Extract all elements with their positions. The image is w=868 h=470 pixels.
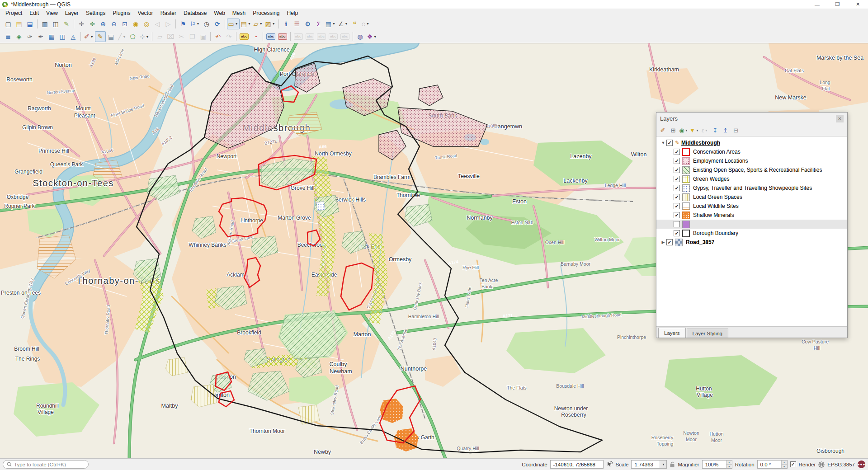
add-group-icon[interactable]: ⊞ bbox=[669, 126, 678, 135]
statistical-summary-icon[interactable]: ☰ bbox=[292, 19, 302, 29]
expander-icon[interactable]: ▼ bbox=[660, 141, 666, 145]
layer-checkbox[interactable]: ✓ bbox=[674, 185, 680, 191]
search-tools-icon[interactable]: ◌▼ bbox=[360, 19, 371, 29]
current-edits-icon[interactable]: ✐▼ bbox=[83, 31, 95, 42]
identify-features-icon[interactable]: ℹ bbox=[281, 19, 292, 29]
layer-checkbox[interactable]: ✓ bbox=[674, 203, 680, 209]
layer-item-green-wedges[interactable]: ✓Green Wedges bbox=[656, 174, 847, 183]
pan-to-selection-icon[interactable]: ✜ bbox=[87, 19, 98, 29]
layer-item-road-3857[interactable]: ▶✓Road_3857 bbox=[656, 238, 847, 247]
layer-labeling-icon[interactable]: abc bbox=[238, 31, 250, 42]
new-spatial-bookmark-icon[interactable]: ⚑ bbox=[178, 19, 189, 29]
new-shapefile-layer-icon[interactable]: ✑ bbox=[24, 31, 35, 42]
zoom-full-icon[interactable]: ⊡ bbox=[119, 19, 130, 29]
map-canvas[interactable]: Stockton-on-TeesThornaby-on-TeesMiddlesb… bbox=[0, 43, 868, 458]
layer-group-middlesbrough[interactable]: ▼✓✎Middlesbrough bbox=[656, 138, 847, 147]
style-manager-icon[interactable]: ✎ bbox=[61, 19, 72, 29]
messages-button[interactable]: ●●● bbox=[858, 461, 865, 468]
open-layer-styling-dock-icon[interactable]: ✐ bbox=[658, 126, 667, 135]
layer-checkbox[interactable]: ✓ bbox=[674, 149, 680, 155]
measure-icon[interactable]: ∠▼ bbox=[337, 19, 349, 29]
menu-processing[interactable]: Processing bbox=[249, 9, 283, 17]
zoom-to-layer-icon[interactable]: ◎ bbox=[141, 19, 152, 29]
layer-checkbox[interactable]: ✓ bbox=[674, 194, 680, 200]
tab-layer-styling[interactable]: Layer Styling bbox=[687, 329, 728, 338]
tab-layers[interactable]: Layers bbox=[658, 328, 686, 338]
labeling-options-icon[interactable]: abc bbox=[265, 31, 277, 42]
show-bookmarks-icon[interactable]: ⚐▼ bbox=[189, 19, 201, 29]
menu-mesh[interactable]: Mesh bbox=[229, 9, 249, 17]
panel-close-icon[interactable]: ✕ bbox=[836, 115, 844, 122]
data-source-manager-icon[interactable]: ≣ bbox=[3, 31, 14, 42]
layer-diagram-icon[interactable]: ◔ bbox=[250, 31, 261, 42]
crs-globe-icon[interactable] bbox=[818, 461, 825, 468]
menu-project[interactable]: Project bbox=[2, 9, 26, 17]
diagram-options-icon[interactable]: abc bbox=[277, 31, 288, 42]
chevron-down-icon[interactable]: ▼ bbox=[660, 461, 666, 468]
layer-checkbox[interactable]: ✓ bbox=[674, 230, 680, 236]
new-print-layout-icon[interactable]: ▥ bbox=[39, 19, 50, 29]
locator-search-input[interactable]: Type to locate (Ctrl+K) bbox=[3, 460, 89, 469]
zoom-in-icon[interactable]: ⊕ bbox=[98, 19, 108, 29]
scale-combo[interactable]: 1:74363 ▼ bbox=[631, 460, 667, 469]
layer-checkbox[interactable] bbox=[674, 221, 680, 227]
metasearch-icon[interactable]: ◍ bbox=[355, 31, 366, 42]
vertex-tool-icon[interactable]: ⊹▼ bbox=[138, 31, 151, 42]
layer-checkbox[interactable]: ✓ bbox=[666, 239, 673, 245]
layer-item-local-wildlife-sites[interactable]: ✓Local Wildlife Sites bbox=[656, 202, 847, 211]
extent-toggle-icon[interactable] bbox=[606, 461, 613, 468]
save-project-icon[interactable]: ⬓ bbox=[24, 19, 35, 29]
new-gpx-layer-icon[interactable]: ◬ bbox=[68, 31, 79, 42]
close-button[interactable]: ✕ bbox=[848, 0, 868, 9]
layer-item-conservation-areas[interactable]: ✓Conservation Areas bbox=[656, 147, 847, 156]
render-checkbox[interactable]: ✓ bbox=[790, 461, 796, 467]
restore-button[interactable]: ❐ bbox=[827, 0, 848, 9]
menu-database[interactable]: Database bbox=[180, 9, 210, 17]
menu-raster[interactable]: Raster bbox=[157, 9, 180, 17]
layer-item-borough-boundary[interactable]: ✓Borough Boundary bbox=[656, 229, 847, 238]
select-features-icon[interactable]: ▭▼ bbox=[227, 19, 240, 29]
menu-web[interactable]: Web bbox=[210, 9, 228, 17]
layer-item-local-green-spaces[interactable]: ✓Local Green Spaces bbox=[656, 193, 847, 202]
processing-toolbox-icon[interactable]: ⚙ bbox=[302, 19, 313, 29]
spinner-arrows[interactable]: ▲▼ bbox=[726, 461, 732, 468]
minimize-button[interactable]: — bbox=[807, 0, 827, 9]
pan-map-icon[interactable]: ✛ bbox=[76, 19, 87, 29]
menu-help[interactable]: Help bbox=[283, 9, 302, 17]
lock-icon[interactable] bbox=[670, 461, 675, 468]
undo-icon[interactable]: ↶ bbox=[212, 31, 223, 42]
menu-plugins[interactable]: Plugins bbox=[109, 9, 134, 17]
menu-view[interactable]: View bbox=[42, 9, 61, 17]
layer-checkbox[interactable]: ✓ bbox=[674, 167, 680, 173]
layers-panel-titlebar[interactable]: Layers ✕ bbox=[656, 113, 847, 124]
show-statistics-icon[interactable]: Σ bbox=[313, 19, 324, 29]
menu-layer[interactable]: Layer bbox=[61, 9, 82, 17]
manage-map-themes-icon[interactable]: ◉▼ bbox=[679, 126, 688, 135]
spinner-arrows[interactable]: ▲▼ bbox=[781, 461, 787, 468]
zoom-to-selection-icon[interactable]: ◉ bbox=[130, 19, 141, 29]
add-polygon-feature-icon[interactable]: ⬠ bbox=[127, 31, 138, 42]
toggle-editing-icon[interactable]: ✎ bbox=[95, 31, 106, 42]
deselect-all-icon[interactable]: ▱▼ bbox=[252, 19, 264, 29]
filter-legend-icon[interactable]: ▼▼ bbox=[689, 126, 699, 135]
menu-edit[interactable]: Edit bbox=[26, 9, 42, 17]
new-spatialite-layer-icon[interactable]: ✒ bbox=[35, 31, 46, 42]
coordinate-input[interactable]: -140610, 7265868 bbox=[550, 460, 604, 469]
temporal-controller-icon[interactable]: ◷ bbox=[201, 19, 212, 29]
collapse-all-icon[interactable]: ↥ bbox=[721, 126, 730, 135]
menu-settings[interactable]: Settings bbox=[82, 9, 109, 17]
menu-vector[interactable]: Vector bbox=[134, 9, 157, 17]
layer-item-employment-locations[interactable]: ✓Employment Locations bbox=[656, 156, 847, 165]
map-tips-icon[interactable]: ❝ bbox=[349, 19, 360, 29]
new-project-icon[interactable]: ▢ bbox=[3, 19, 14, 29]
layer-item-gypsy-traveller-and-travelling-showpeople-sites[interactable]: ✓Gypsy, Traveller and Travelling Showpeo… bbox=[656, 183, 847, 193]
layer-item-shallow-minerals[interactable]: ✓Shallow Minerals bbox=[656, 211, 847, 220]
layer-checkbox[interactable]: ✓ bbox=[674, 212, 680, 218]
layer-item-unnamed[interactable] bbox=[656, 220, 847, 229]
new-mesh-layer-icon[interactable]: ◫ bbox=[57, 31, 68, 42]
zoom-out-icon[interactable]: ⊖ bbox=[108, 19, 119, 29]
open-project-icon[interactable]: ▤ bbox=[14, 19, 24, 29]
open-attribute-table-icon[interactable]: ▦▼ bbox=[324, 19, 337, 29]
refresh-map-icon[interactable]: ⟳ bbox=[212, 19, 223, 29]
remove-layer-icon[interactable]: ⊟ bbox=[731, 126, 741, 135]
